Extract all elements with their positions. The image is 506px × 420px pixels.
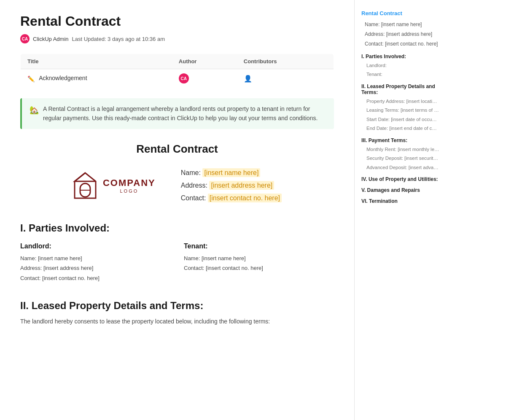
sidebar-section-termination: VI. Termination — [361, 197, 444, 205]
landlord-block: Landlord: Name: [insert name here] Addre… — [20, 242, 170, 283]
landlord-contact: Contact: [insert contact no. here] — [20, 273, 170, 283]
sidebar-item[interactable]: Name: [insert name here] — [361, 20, 444, 30]
tenant-block: Tenant: Name: [insert name here] Contact… — [184, 242, 334, 283]
leased-description: The landlord hereby consents to lease th… — [20, 317, 334, 326]
sidebar: Rental Contract Name: [insert name here]… — [354, 0, 451, 420]
sidebar-sub-item[interactable]: End Date: [insert end date of contract..… — [361, 124, 444, 133]
name-value: [insert name here] — [202, 168, 260, 177]
col-title: Title — [21, 54, 172, 69]
name-line: Name: [insert name here] — [181, 169, 282, 177]
address-line: Address: [insert address here] — [181, 182, 282, 189]
company-name-block: COMPANY LOGO — [103, 178, 156, 194]
sidebar-sub-item[interactable]: Landlord: — [361, 61, 444, 70]
sidebar-sub-item[interactable]: Leasing Terms: [insert terms of lease ..… — [361, 106, 444, 115]
main-content: Rental Contract CA ClickUp Admin Last Up… — [0, 0, 354, 420]
sidebar-section-leased: II. Leased Property Details and Terms: — [361, 83, 444, 96]
col-author: Author — [172, 54, 237, 69]
last-updated: Last Updated: 3 days ago at 10:36 am — [72, 36, 165, 42]
meta-row: CA ClickUp Admin Last Updated: 3 days ag… — [20, 34, 334, 43]
sidebar-sub-item[interactable]: Tenant: — [361, 70, 444, 79]
company-section: COMPANY LOGO Name: [insert name here] Ad… — [20, 169, 334, 202]
row-contributors: 👤 — [237, 69, 334, 88]
sidebar-sub-item[interactable]: Monthly Rent: [insert monthly lease h... — [361, 145, 444, 154]
company-name: COMPANY — [103, 178, 156, 188]
info-text: A Rental Contract is a legal arrangement… — [43, 104, 326, 123]
tenant-contact: Contact: [insert contact no. here] — [184, 263, 334, 273]
documents-table: Title Author Contributors ✏️ Acknowledge… — [20, 54, 334, 88]
info-emoji: 🏡 — [30, 104, 39, 123]
user-icon: 👤 — [244, 75, 252, 82]
parties-heading: I. Parties Involved: — [20, 222, 334, 234]
sidebar-section-payment: III. Payment Terms: — [361, 137, 444, 144]
row-title: ✏️ Acknowledgement — [21, 69, 172, 88]
sidebar-section-parties: I. Parties Involved: — [361, 53, 444, 60]
row-avatar: CA — [179, 73, 189, 83]
sidebar-section-damages: V. Damages and Repairs — [361, 186, 444, 194]
tenant-name: Name: [insert name here] — [184, 253, 334, 263]
row-author: CA — [172, 69, 237, 88]
sidebar-sub-item[interactable]: Property Address: [insert location here] — [361, 97, 444, 106]
author-name: ClickUp Admin — [33, 36, 69, 42]
landlord-name: Name: [insert name here] — [20, 253, 170, 263]
tenant-label: Tenant: — [184, 242, 334, 250]
info-box: 🏡 A Rental Contract is a legal arrangeme… — [20, 98, 334, 129]
table-row[interactable]: ✏️ Acknowledgement CA 👤 — [21, 69, 334, 88]
contact-value: [insert contact no. here] — [208, 194, 282, 202]
sidebar-sub-item[interactable]: Advanced Deposit: [insert advanced ... — [361, 163, 444, 172]
leased-heading: II. Leased Property Details and Terms: — [20, 300, 334, 312]
company-logo-icon — [73, 171, 98, 200]
company-contact: Name: [insert name here] Address: [inser… — [181, 169, 282, 202]
sidebar-section-utilities: IV. Use of Property and Utilities: — [361, 175, 444, 183]
author-avatar: CA — [20, 34, 30, 43]
edit-icon: ✏️ — [27, 75, 34, 82]
sidebar-item[interactable]: Address: [insert address here] — [361, 30, 444, 39]
sidebar-item[interactable]: Contact: [insert contact no. here] — [361, 39, 444, 49]
sidebar-sub-item[interactable]: Start Date: [insert date of occupancy ..… — [361, 115, 444, 124]
landlord-label: Landlord: — [20, 242, 170, 250]
sidebar-title[interactable]: Rental Contract — [361, 10, 444, 16]
page-title: Rental Contract — [20, 13, 334, 29]
company-sub: LOGO — [103, 188, 156, 194]
address-value: [insert address here] — [209, 181, 274, 190]
landlord-address: Address: [insert address here] — [20, 263, 170, 273]
sidebar-sub-item[interactable]: Security Deposit: [insert security dep..… — [361, 154, 444, 163]
doc-heading: Rental Contract — [20, 143, 334, 156]
col-contributors: Contributors — [237, 54, 334, 69]
contact-line: Contact: [insert contact no. here] — [181, 194, 282, 202]
logo-container: COMPANY LOGO — [73, 171, 156, 200]
parties-grid: Landlord: Name: [insert name here] Addre… — [20, 242, 334, 283]
